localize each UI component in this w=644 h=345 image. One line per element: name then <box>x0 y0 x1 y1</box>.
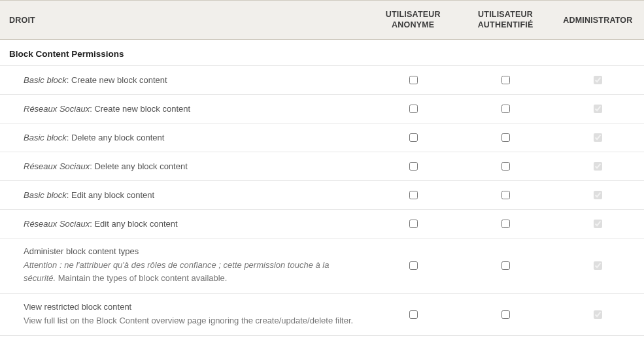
permission-checkbox-authenticated[interactable] <box>501 310 510 319</box>
checkbox-cell-administrator <box>552 152 644 181</box>
permission-checkbox-authenticated[interactable] <box>501 191 510 199</box>
checkbox-cell-administrator <box>552 238 644 293</box>
checkbox-cell-anonymous <box>367 181 459 210</box>
permission-checkbox-administrator <box>594 105 602 113</box>
col-header-administrator: Administrator <box>552 1 644 40</box>
permission-title: Basic block: Edit any block content <box>24 190 154 200</box>
permission-checkbox-anonymous[interactable] <box>409 162 418 171</box>
permission-checkbox-anonymous[interactable] <box>409 310 418 319</box>
permission-title: Réseaux Sociaux: Create new block conten… <box>24 104 190 114</box>
permission-cell: Basic block: Create new block content <box>0 66 367 95</box>
permission-cell: Basic block: Edit any block content <box>0 181 367 210</box>
checkbox-cell-anonymous <box>367 293 459 335</box>
permission-checkbox-authenticated[interactable] <box>501 105 510 113</box>
permission-prefix: Réseaux Sociaux <box>24 219 90 229</box>
permission-row: Basic block: Delete any block content <box>0 123 644 152</box>
permission-prefix: Basic block <box>24 75 67 85</box>
permission-cell: View restricted block contentView full l… <box>0 293 367 335</box>
permission-prefix: Basic block <box>24 133 67 142</box>
permission-prefix: Réseaux Sociaux <box>24 161 90 171</box>
permission-title: Basic block: Create new block content <box>24 75 167 85</box>
permission-prefix: Basic block <box>24 190 67 200</box>
checkbox-cell-anonymous <box>367 210 459 238</box>
checkbox-cell-administrator <box>552 95 644 123</box>
permission-checkbox-administrator <box>594 310 602 319</box>
permission-checkbox-anonymous[interactable] <box>409 105 418 113</box>
permission-title: Réseaux Sociaux: Edit any block content <box>24 219 178 229</box>
permission-cell: Administer block content typesAttention … <box>0 238 367 293</box>
permission-checkbox-administrator <box>594 191 602 199</box>
col-header-permission: Droit <box>0 1 367 40</box>
permission-checkbox-authenticated[interactable] <box>501 133 510 142</box>
checkbox-cell-administrator <box>552 181 644 210</box>
permission-label: Edit any block content <box>71 190 154 200</box>
permission-title: Administer block content types <box>24 246 139 256</box>
permission-label: Administer block content types <box>24 246 139 256</box>
permission-row: Réseaux Sociaux: Create new block conten… <box>0 95 644 123</box>
permission-label: Delete any block content <box>94 161 187 171</box>
permission-label: Delete any block content <box>71 133 164 142</box>
permission-title: Réseaux Sociaux: Delete any block conten… <box>24 161 188 171</box>
permission-checkbox-administrator <box>594 220 602 228</box>
permission-title: Basic block: Delete any block content <box>24 133 164 142</box>
checkbox-cell-anonymous <box>367 152 459 181</box>
checkbox-cell-authenticated <box>459 181 551 210</box>
permission-row: Administer block content typesAttention … <box>0 238 644 293</box>
checkbox-cell-authenticated <box>459 66 551 95</box>
checkbox-cell-authenticated <box>459 123 551 152</box>
checkbox-cell-administrator <box>552 123 644 152</box>
col-header-authenticated: Utilisateur authentifié <box>459 1 551 40</box>
permission-cell: Réseaux Sociaux: Edit any block content <box>0 210 367 238</box>
permission-row: Basic block: Edit any block content <box>0 181 644 210</box>
permission-checkbox-anonymous[interactable] <box>409 133 418 142</box>
permission-title: View restricted block content <box>24 302 131 312</box>
checkbox-cell-anonymous <box>367 66 459 95</box>
permission-section-title: Block Content Permissions <box>0 40 644 66</box>
permission-cell: Réseaux Sociaux: Create new block conten… <box>0 95 367 123</box>
permission-checkbox-authenticated[interactable] <box>501 261 510 270</box>
permission-row: View restricted block contentView full l… <box>0 293 644 335</box>
checkbox-cell-authenticated <box>459 152 551 181</box>
permission-checkbox-administrator <box>594 162 602 171</box>
permission-description: View full list on the Block Content over… <box>24 314 358 327</box>
permission-section-row: Block Content Permissions <box>0 40 644 66</box>
permission-cell: Basic block: Delete any block content <box>0 123 367 152</box>
checkbox-cell-authenticated <box>459 95 551 123</box>
table-header-row: Droit Utilisateur anonyme Utilisateur au… <box>0 1 644 40</box>
permission-cell: Réseaux Sociaux: Delete any block conten… <box>0 152 367 181</box>
permissions-table: Droit Utilisateur anonyme Utilisateur au… <box>0 0 644 336</box>
permission-checkbox-administrator <box>594 76 602 84</box>
permission-checkbox-administrator <box>594 261 602 270</box>
permission-checkbox-authenticated[interactable] <box>501 76 510 84</box>
permission-row: Réseaux Sociaux: Delete any block conten… <box>0 152 644 181</box>
checkbox-cell-administrator <box>552 66 644 95</box>
permission-checkbox-anonymous[interactable] <box>409 220 418 228</box>
permission-checkbox-anonymous[interactable] <box>409 76 418 84</box>
permission-description: Attention : ne l'attribuer qu'à des rôle… <box>24 259 358 285</box>
checkbox-cell-authenticated <box>459 210 551 238</box>
checkbox-cell-anonymous <box>367 238 459 293</box>
permission-label: Create new block content <box>94 104 190 114</box>
checkbox-cell-anonymous <box>367 123 459 152</box>
checkbox-cell-authenticated <box>459 293 551 335</box>
permission-label: Edit any block content <box>94 219 177 229</box>
permission-row: Réseaux Sociaux: Edit any block content <box>0 210 644 238</box>
checkbox-cell-authenticated <box>459 238 551 293</box>
col-header-anonymous: Utilisateur anonyme <box>367 1 459 40</box>
permission-checkbox-authenticated[interactable] <box>501 162 510 171</box>
checkbox-cell-anonymous <box>367 95 459 123</box>
checkbox-cell-administrator <box>552 293 644 335</box>
checkbox-cell-administrator <box>552 210 644 238</box>
permission-checkbox-anonymous[interactable] <box>409 261 418 270</box>
permission-row: Basic block: Create new block content <box>0 66 644 95</box>
permission-label: Create new block content <box>71 75 167 85</box>
permission-checkbox-administrator <box>594 133 602 142</box>
permission-prefix: Réseaux Sociaux <box>24 104 90 114</box>
permission-checkbox-anonymous[interactable] <box>409 191 418 199</box>
permission-checkbox-authenticated[interactable] <box>501 220 510 228</box>
permission-label: View restricted block content <box>24 302 131 312</box>
